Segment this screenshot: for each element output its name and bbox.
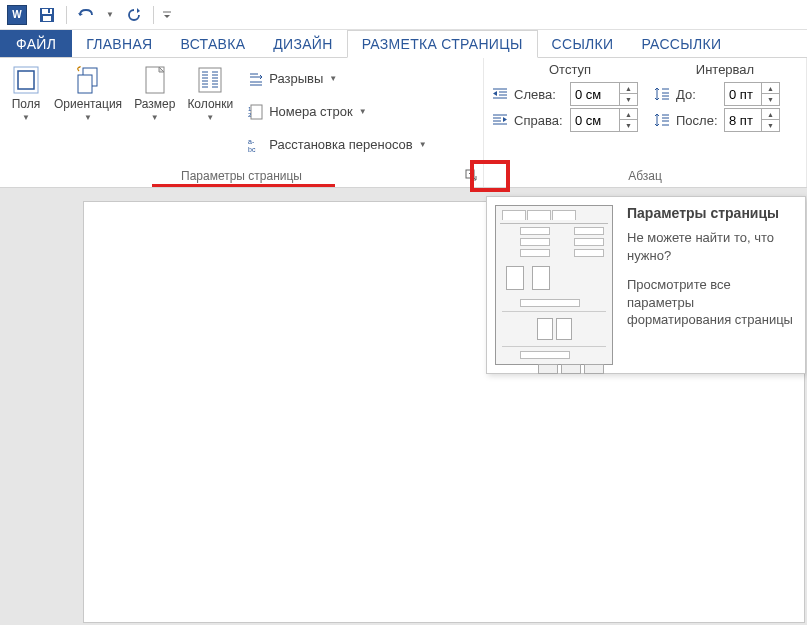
screentip-thumbnail <box>495 205 613 365</box>
spin-up[interactable]: ▲ <box>620 83 637 94</box>
spacing-after-icon <box>652 113 672 127</box>
page-setup-screentip: Параметры страницы Не можете найти то, ч… <box>486 196 806 374</box>
spin-down[interactable]: ▼ <box>762 120 779 131</box>
spin-down[interactable]: ▼ <box>620 120 637 131</box>
hyphenation-button[interactable]: a-bc Расстановка переносов ▼ <box>243 133 430 157</box>
group-paragraph: Отступ Интервал Слева: ▲▼ Справ <box>484 58 807 187</box>
size-button[interactable]: Размер ▼ <box>128 62 181 161</box>
svg-rect-6 <box>18 71 34 89</box>
quick-access-toolbar: W ▼ <box>0 0 807 30</box>
group-page-setup: Поля ▼ Ориентация ▼ Размер ▼ <box>0 58 484 187</box>
size-icon <box>139 64 171 96</box>
indent-right-icon <box>490 113 510 127</box>
breaks-icon <box>247 70 265 88</box>
undo-icon <box>77 7 95 23</box>
breaks-button[interactable]: Разрывы ▼ <box>243 67 430 91</box>
margins-icon <box>10 64 42 96</box>
undo-button[interactable] <box>73 2 99 28</box>
ribbon: Поля ▼ Ориентация ▼ Размер ▼ <box>0 58 807 188</box>
dropdown-arrow-icon: ▼ <box>84 113 92 122</box>
screentip-text: Параметры страницы Не можете найти то, ч… <box>627 205 797 365</box>
columns-icon <box>194 64 226 96</box>
indent-left-icon <box>490 87 510 101</box>
undo-dropdown[interactable]: ▼ <box>103 2 117 28</box>
svg-rect-27 <box>251 105 262 119</box>
redo-icon <box>126 7 142 23</box>
spacing-before-label: До: <box>676 87 720 102</box>
dropdown-arrow-icon: ▼ <box>329 74 337 83</box>
ribbon-tabs: ФАЙЛ ГЛАВНАЯ ВСТАВКА ДИЗАЙН РАЗМЕТКА СТР… <box>0 30 807 58</box>
indent-header: Отступ <box>490 62 650 77</box>
qat-customize-dropdown[interactable] <box>160 2 174 28</box>
screentip-line1: Не можете найти то, что нужно? <box>627 229 797 264</box>
line-numbers-icon: 12 <box>247 103 265 121</box>
dropdown-arrow-icon: ▼ <box>419 140 427 149</box>
tab-insert[interactable]: ВСТАВКА <box>166 30 259 57</box>
redo-button[interactable] <box>121 2 147 28</box>
dropdown-arrow-icon: ▼ <box>206 113 214 122</box>
annotation-highlight-box <box>470 160 510 192</box>
tab-design[interactable]: ДИЗАЙН <box>259 30 346 57</box>
svg-text:bc: bc <box>248 146 256 153</box>
spin-down[interactable]: ▼ <box>762 94 779 105</box>
svg-rect-2 <box>43 16 51 21</box>
spacing-after-label: После: <box>676 113 720 128</box>
spin-down[interactable]: ▼ <box>620 94 637 105</box>
indent-left-label: Слева: <box>514 87 566 102</box>
svg-rect-1 <box>42 9 52 14</box>
line-numbers-button[interactable]: 12 Номера строк ▼ <box>243 100 430 124</box>
screentip-title: Параметры страницы <box>627 205 797 221</box>
dropdown-arrow-icon: ▼ <box>22 113 30 122</box>
spacing-before-input[interactable]: ▲▼ <box>724 82 780 106</box>
separator <box>66 6 67 24</box>
columns-button[interactable]: Колонки ▼ <box>181 62 239 161</box>
svg-rect-3 <box>48 9 50 13</box>
spin-up[interactable]: ▲ <box>620 109 637 120</box>
word-app-icon[interactable]: W <box>4 2 30 28</box>
annotation-underline <box>152 184 335 187</box>
dropdown-arrow-icon: ▼ <box>359 107 367 116</box>
tab-references[interactable]: ССЫЛКИ <box>538 30 628 57</box>
orientation-button[interactable]: Ориентация ▼ <box>48 62 128 161</box>
save-button[interactable] <box>34 2 60 28</box>
tab-file[interactable]: ФАЙЛ <box>0 30 72 57</box>
svg-rect-8 <box>78 75 92 93</box>
indent-left-input[interactable]: ▲▼ <box>570 82 638 106</box>
dropdown-arrow-icon: ▼ <box>151 113 159 122</box>
spin-up[interactable]: ▲ <box>762 83 779 94</box>
spacing-before-icon <box>652 87 672 101</box>
orientation-icon <box>72 64 104 96</box>
group-label-page-setup: Параметры страницы <box>181 169 302 183</box>
tab-mailings[interactable]: РАССЫЛКИ <box>627 30 735 57</box>
indent-right-input[interactable]: ▲▼ <box>570 108 638 132</box>
tab-home[interactable]: ГЛАВНАЯ <box>72 30 166 57</box>
spin-up[interactable]: ▲ <box>762 109 779 120</box>
screentip-line2: Просмотрите все параметры форматирования… <box>627 276 797 329</box>
spacing-after-input[interactable]: ▲▼ <box>724 108 780 132</box>
margins-button[interactable]: Поля ▼ <box>4 62 48 161</box>
customize-icon <box>162 10 172 20</box>
group-label-paragraph: Абзац <box>628 169 662 183</box>
save-icon <box>39 7 55 23</box>
separator <box>153 6 154 24</box>
svg-text:a-: a- <box>248 138 255 145</box>
tab-page-layout[interactable]: РАЗМЕТКА СТРАНИЦЫ <box>347 30 538 58</box>
hyphenation-icon: a-bc <box>247 136 265 154</box>
spacing-header: Интервал <box>650 62 800 77</box>
indent-right-label: Справа: <box>514 113 566 128</box>
